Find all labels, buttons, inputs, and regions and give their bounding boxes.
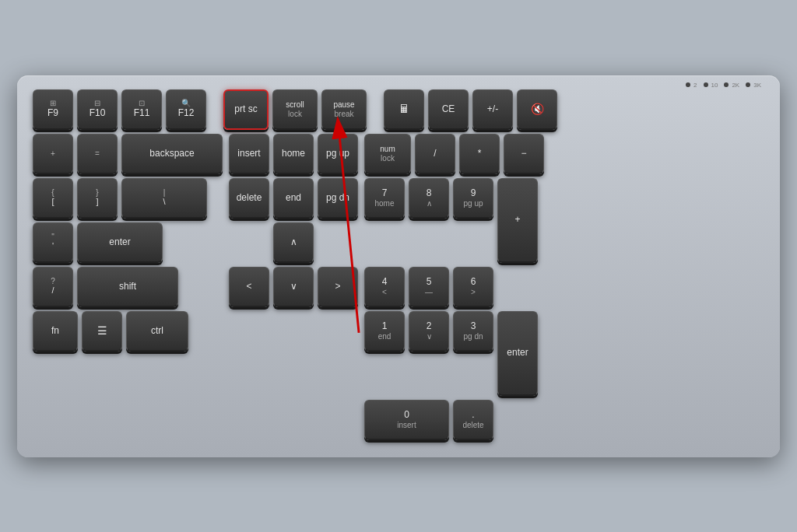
- key-num-7[interactable]: 7 home: [364, 178, 405, 219]
- key-numlock[interactable]: num lock: [364, 134, 411, 174]
- numpad: num lock / * − 7: [364, 134, 544, 440]
- key-f10[interactable]: ⊟ F10: [77, 89, 118, 130]
- key-open-brace[interactable]: { [: [33, 178, 73, 219]
- key-num-plus[interactable]: +: [497, 178, 538, 263]
- row-3: " ' enter: [33, 222, 223, 263]
- nav-row-1: insert home pg up: [229, 134, 358, 174]
- key-f12[interactable]: 🔍 F12: [166, 89, 206, 130]
- key-prtsc[interactable]: prt sc: [223, 89, 269, 130]
- middle-nav: insert home pg up delete end: [229, 134, 358, 440]
- numpad-row-3: 4 < 5 — 6 >: [364, 267, 544, 307]
- row-5: fn ☰ ctrl: [33, 311, 223, 352]
- row-1: + = backspace: [33, 134, 223, 174]
- key-up[interactable]: ∧: [273, 222, 314, 263]
- key-enter[interactable]: enter: [77, 222, 163, 263]
- row-2: { [ } ] | \: [33, 178, 223, 219]
- key-num-8[interactable]: 8 ∧: [409, 178, 449, 219]
- nav-row-4: < ∨ >: [229, 267, 358, 307]
- numpad-row-4: 1 end 2 ∨ 3 pg dn enter: [364, 311, 544, 396]
- key-down[interactable]: ∨: [273, 267, 314, 307]
- led-scroll: 2K: [724, 82, 739, 89]
- numpad-row-5: 0 insert . delete: [364, 400, 544, 440]
- fn-row: ⊞ F9 ⊟ F10 ⊡ F11 🔍 F12 prt sc scroll: [33, 89, 764, 130]
- key-num-1[interactable]: 1 end: [364, 311, 405, 352]
- key-num-5[interactable]: 5 —: [409, 267, 449, 307]
- key-num-2[interactable]: 2 ∨: [409, 311, 449, 352]
- key-end[interactable]: end: [273, 178, 314, 219]
- key-num-9[interactable]: 9 pg up: [453, 178, 493, 219]
- key-num-mul[interactable]: *: [459, 134, 500, 174]
- key-num-0[interactable]: 0 insert: [364, 400, 449, 440]
- key-num-4[interactable]: 4 <: [364, 267, 405, 307]
- nav-row-3: ∧: [229, 222, 358, 263]
- key-mute[interactable]: 🔇: [517, 89, 557, 130]
- key-f11[interactable]: ⊡ F11: [121, 89, 162, 130]
- led-indicators: 2 10 2K 3K: [686, 82, 761, 89]
- key-menu[interactable]: ☰: [82, 311, 122, 352]
- keyboard-body: ⊞ F9 ⊟ F10 ⊡ F11 🔍 F12 prt sc scroll: [33, 89, 764, 440]
- keyboard: 2 10 2K 3K ⊞ F9 ⊟ F10 ⊡ F11 🔍 F12: [17, 75, 780, 457]
- key-delete[interactable]: delete: [229, 178, 269, 219]
- key-num-6[interactable]: 6 >: [453, 267, 493, 307]
- key-ce[interactable]: CE: [428, 89, 469, 130]
- key-ctrl-right[interactable]: ctrl: [126, 311, 188, 352]
- key-right[interactable]: >: [318, 267, 358, 307]
- key-home[interactable]: home: [273, 134, 314, 174]
- key-pause-break[interactable]: pause break: [321, 89, 367, 130]
- key-pipe-backslash[interactable]: | \: [121, 178, 207, 219]
- key-scroll-lock[interactable]: scroll lock: [272, 89, 318, 130]
- key-plus[interactable]: +: [33, 134, 73, 174]
- led-fn: 3K: [746, 82, 761, 89]
- nav-row-2: delete end pg dn: [229, 178, 358, 219]
- key-backspace[interactable]: backspace: [121, 134, 223, 174]
- key-num-dot[interactable]: . delete: [453, 400, 493, 440]
- key-insert[interactable]: insert: [229, 134, 269, 174]
- key-calc[interactable]: 🖩: [384, 89, 424, 130]
- left-main: + = backspace { [ }: [33, 134, 223, 440]
- key-num-enter[interactable]: enter: [497, 311, 538, 396]
- key-f9[interactable]: ⊞ F9: [33, 89, 73, 130]
- key-pgup[interactable]: pg up: [318, 134, 358, 174]
- key-num-minus[interactable]: −: [504, 134, 544, 174]
- key-equals[interactable]: =: [77, 134, 118, 174]
- led-num: 2: [686, 82, 697, 89]
- row-4: ? / shift: [33, 267, 223, 307]
- key-quote[interactable]: " ': [33, 222, 73, 263]
- key-shift-right[interactable]: shift: [77, 267, 178, 307]
- led-caps: 10: [704, 82, 718, 89]
- key-close-brace[interactable]: } ]: [77, 178, 118, 219]
- key-plus-minus[interactable]: +/-: [472, 89, 513, 130]
- key-left[interactable]: <: [229, 267, 269, 307]
- key-question[interactable]: ? /: [33, 267, 73, 307]
- main-section: + = backspace { [ }: [33, 134, 764, 440]
- numpad-row-1: num lock / * −: [364, 134, 544, 174]
- key-fn[interactable]: fn: [33, 311, 78, 352]
- key-pgdn[interactable]: pg dn: [318, 178, 358, 219]
- key-num-3[interactable]: 3 pg dn: [453, 311, 493, 352]
- numpad-row-2: 7 home 8 ∧ 9 pg up +: [364, 178, 544, 263]
- key-num-div[interactable]: /: [415, 134, 455, 174]
